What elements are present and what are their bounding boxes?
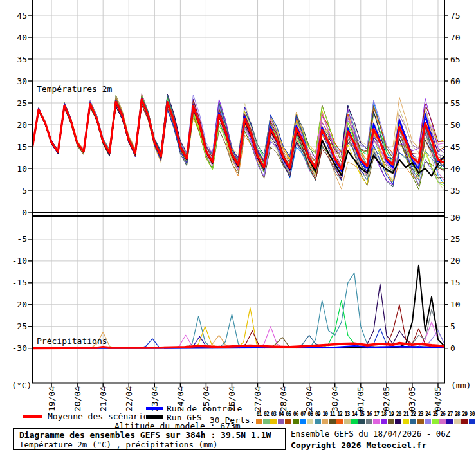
pert-swatch bbox=[366, 419, 372, 424]
pert-number: 30 bbox=[468, 411, 475, 417]
pert-column: 19 bbox=[388, 411, 395, 424]
axis-tick-label: 60 bbox=[450, 76, 461, 86]
pert-swatch bbox=[336, 419, 343, 424]
pert-swatch bbox=[461, 419, 468, 424]
pert-column: 10 bbox=[322, 411, 329, 424]
axis-tick-label: -15 bbox=[12, 278, 27, 287]
pert-swatch bbox=[403, 419, 409, 424]
pert-number: 27 bbox=[446, 411, 453, 417]
pert-number: 28 bbox=[453, 411, 461, 417]
pert-number: 11 bbox=[329, 411, 336, 417]
pert-column: 11 bbox=[329, 411, 336, 424]
axis-tick-label: 29/04 bbox=[304, 386, 314, 411]
pert-swatch bbox=[446, 419, 453, 424]
pert-swatch bbox=[300, 419, 306, 424]
pert-number: 17 bbox=[373, 411, 380, 417]
pert-number: 24 bbox=[425, 411, 432, 417]
axis-tick-label: -20 bbox=[12, 300, 27, 309]
pert-number: 13 bbox=[343, 411, 351, 417]
pert-column: 22 bbox=[410, 411, 417, 424]
pert-column: 05 bbox=[285, 411, 292, 424]
mean-legend-swatch bbox=[23, 415, 42, 418]
axis-tick-label: 15 bbox=[450, 278, 461, 287]
pert-column: 07 bbox=[300, 411, 307, 424]
axis-tick-label: 10 bbox=[17, 164, 27, 174]
pert-number: 21 bbox=[402, 411, 409, 417]
axis-tick-label: 15 bbox=[17, 142, 27, 152]
axis-tick-label: 10 bbox=[450, 300, 461, 309]
pert-swatch bbox=[469, 419, 475, 424]
pert-number: 18 bbox=[380, 411, 387, 417]
pert-column: 16 bbox=[365, 411, 372, 424]
pert-number: 06 bbox=[292, 411, 299, 417]
diagram-title-box: Diagramme des ensembles GEFS sur 384h : … bbox=[13, 428, 286, 450]
pert-column: 17 bbox=[373, 411, 380, 424]
left-axis-unit: (°C) bbox=[12, 381, 32, 390]
axis-tick-label: 45 bbox=[17, 11, 27, 21]
pert-column: 04 bbox=[277, 411, 284, 424]
pert-swatch bbox=[293, 419, 299, 424]
control-legend-label: Run de contrôle bbox=[167, 404, 242, 413]
pert-column: 30 bbox=[468, 411, 475, 424]
axis-tick-label: 01/05 bbox=[356, 386, 365, 411]
axis-tick-label: 30 bbox=[17, 76, 27, 86]
axis-tick-label: 28/04 bbox=[279, 386, 288, 411]
pert-number: 22 bbox=[410, 411, 417, 417]
axis-tick-label: 70 bbox=[450, 33, 461, 42]
pert-swatch bbox=[322, 419, 328, 424]
diagram-subtitle: Température 2m (°C) , précipitations (mm… bbox=[19, 440, 218, 449]
pert-swatch bbox=[439, 419, 446, 424]
copyright: Copyright 2026 Meteociel.fr bbox=[291, 440, 426, 450]
axis-tick-label: 65 bbox=[450, 55, 461, 64]
pert-swatch bbox=[256, 419, 262, 424]
axis-tick-label: -10 bbox=[12, 256, 27, 266]
axis-tick-label: 40 bbox=[17, 33, 27, 42]
pert-column: 15 bbox=[358, 411, 365, 424]
axis-tick-label: 35 bbox=[17, 55, 27, 64]
axis-tick-label: 45 bbox=[450, 142, 461, 152]
pert-column: 26 bbox=[439, 411, 446, 424]
pert-swatch bbox=[454, 419, 461, 424]
pert-column: 21 bbox=[402, 411, 409, 424]
pert-swatch bbox=[373, 419, 380, 424]
pert-column: 02 bbox=[262, 411, 270, 424]
pert-number: 05 bbox=[285, 411, 292, 417]
pert-swatch bbox=[410, 419, 416, 424]
pert-swatch bbox=[381, 419, 387, 424]
pert-swatch bbox=[344, 419, 351, 424]
axis-tick-label: 20 bbox=[450, 256, 461, 266]
pert-swatch bbox=[315, 419, 321, 424]
axis-tick-label: -5 bbox=[17, 234, 27, 244]
pert-swatch bbox=[417, 419, 424, 424]
pert-swatch bbox=[278, 419, 284, 424]
pert-swatch bbox=[270, 419, 277, 424]
pert-column: 03 bbox=[270, 411, 277, 424]
axis-tick-label: 0 bbox=[22, 208, 27, 217]
axis-tick-label: 27/04 bbox=[253, 386, 262, 411]
pert-number: 19 bbox=[388, 411, 395, 417]
pert-number: 16 bbox=[365, 411, 372, 417]
axis-tick-label: 50 bbox=[450, 120, 461, 130]
axis-tick-label: 35 bbox=[450, 186, 461, 195]
mean-legend-label: Moyenne des scénarios bbox=[48, 411, 153, 421]
axis-tick-label: 20/04 bbox=[73, 386, 82, 411]
pert-number: 12 bbox=[336, 411, 343, 417]
pert-number: 20 bbox=[395, 411, 402, 417]
pert-column: 06 bbox=[292, 411, 299, 424]
pert-column: 23 bbox=[417, 411, 424, 424]
right-axis-unit: (mm) bbox=[451, 381, 471, 390]
pert-swatch bbox=[351, 419, 358, 424]
pert-column: 08 bbox=[307, 411, 314, 424]
pert-column: 24 bbox=[425, 411, 432, 424]
pert-column: 29 bbox=[461, 411, 468, 424]
axis-tick-label: 55 bbox=[450, 98, 461, 108]
axis-tick-label: 04/05 bbox=[433, 386, 443, 411]
pert-swatch bbox=[358, 419, 365, 424]
gfs-legend-swatch bbox=[146, 415, 163, 419]
control-legend-swatch bbox=[146, 407, 163, 410]
pert-column: 09 bbox=[314, 411, 321, 424]
pert-column: 01 bbox=[255, 411, 262, 424]
ensemble-chart: 454035302520151050-5-10-15-20-25-3075706… bbox=[0, 0, 476, 417]
axis-tick-label: 75 bbox=[450, 11, 461, 21]
pert-column: 27 bbox=[446, 411, 453, 424]
